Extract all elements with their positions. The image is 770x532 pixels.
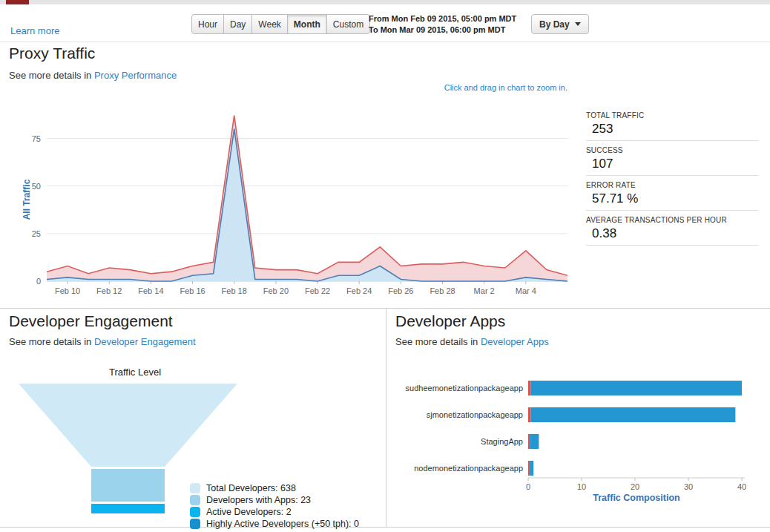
proxy-traffic-chart[interactable]: 0255075Feb 10Feb 12Feb 14Feb 16Feb 18Feb…	[3, 99, 574, 301]
stat-success: SUCCESS 107	[586, 146, 758, 176]
toolbar: Learn more Hour Day Week Month Custom Fr…	[0, 4, 770, 42]
funnel-title: Traffic Level	[68, 367, 202, 378]
subtitle-text: See more details in	[9, 70, 91, 81]
range-button-week[interactable]: Week	[251, 14, 287, 34]
svg-text:Feb 12: Feb 12	[96, 286, 122, 295]
legend-label: Highly Active Developers (+50 tph): 0	[206, 519, 359, 529]
stat-label: SUCCESS	[586, 146, 758, 154]
svg-text:Feb 26: Feb 26	[388, 286, 413, 295]
developer-engagement-link[interactable]: Developer Engagement	[94, 336, 196, 347]
svg-text:0: 0	[526, 482, 530, 491]
svg-text:Mar 2: Mar 2	[474, 286, 495, 295]
stat-value: 0.38	[592, 226, 758, 241]
svg-text:sudheemonetizationpackageapp: sudheemonetizationpackageapp	[406, 384, 523, 393]
svg-text:40: 40	[737, 482, 746, 491]
legend-swatch-icon	[190, 507, 200, 517]
stat-value: 107	[592, 157, 758, 171]
svg-text:Feb 16: Feb 16	[180, 286, 205, 295]
developer-apps-link[interactable]: Developer Apps	[481, 336, 549, 347]
zoom-hint: Click and drag in chart to zoom in.	[444, 83, 567, 92]
stat-label: TOTAL TRAFFIC	[586, 111, 758, 119]
time-range-button-group: Hour Day Week Month Custom	[191, 14, 370, 34]
svg-text:30: 30	[684, 482, 693, 491]
developer-apps-subtitle: See more details in Developer Apps	[395, 336, 549, 347]
developer-engagement-subtitle: See more details in Developer Engagement	[9, 336, 196, 347]
bottom-divider	[0, 527, 770, 528]
svg-text:Feb 22: Feb 22	[305, 286, 330, 295]
svg-text:StagingApp: StagingApp	[481, 437, 523, 446]
stat-total-traffic: TOTAL TRAFFIC 253	[586, 111, 758, 141]
proxy-traffic-title: Proxy Traffic	[9, 45, 95, 62]
svg-text:50: 50	[32, 182, 41, 191]
developer-engagement-title: Developer Engagement	[9, 312, 173, 330]
legend-label: Total Developers: 638	[206, 483, 296, 493]
svg-text:Mar 4: Mar 4	[516, 286, 536, 295]
interval-dropdown-label: By Day	[539, 19, 570, 30]
stat-error-rate: ERROR RATE 57.71 %	[586, 181, 758, 211]
developer-apps-title: Developer Apps	[395, 312, 505, 330]
legend-label: Developers with Apps: 23	[206, 495, 311, 505]
date-range-from: From Mon Feb 09 2015, 05:00 pm MDT	[369, 13, 516, 24]
svg-text:sjmonetizationpackageapp: sjmonetizationpackageapp	[427, 410, 523, 419]
stat-avg-tph: AVERAGE TRANSACTIONS PER HOUR 0.38	[586, 216, 758, 246]
svg-text:25: 25	[32, 229, 41, 238]
range-button-day[interactable]: Day	[223, 14, 252, 34]
proxy-performance-link[interactable]: Proxy Performance	[94, 70, 177, 81]
interval-dropdown-button[interactable]: By Day	[531, 14, 589, 34]
svg-text:Feb 28: Feb 28	[430, 286, 455, 295]
svg-text:Feb 24: Feb 24	[346, 286, 372, 295]
legend-item: Highly Active Developers (+50 tph): 0	[190, 518, 359, 529]
svg-text:Feb 20: Feb 20	[263, 286, 289, 295]
stat-label: AVERAGE TRANSACTIONS PER HOUR	[586, 216, 758, 224]
svg-text:Feb 14: Feb 14	[138, 286, 163, 295]
vertical-divider	[386, 309, 386, 527]
svg-text:Feb 18: Feb 18	[222, 286, 247, 295]
svg-text:75: 75	[32, 134, 41, 143]
svg-text:10: 10	[577, 482, 586, 491]
svg-text:0: 0	[36, 277, 41, 286]
legend-item: Active Developers: 2	[190, 506, 359, 517]
legend-swatch-icon	[190, 483, 200, 493]
stat-value: 57.71 %	[592, 191, 758, 206]
stat-label: ERROR RATE	[586, 181, 758, 189]
developer-apps-chart: 010203040sudheemonetizationpackageappsjm…	[392, 370, 770, 493]
legend-item: Developers with Apps: 23	[190, 494, 359, 505]
legend-swatch-icon	[190, 519, 200, 529]
range-button-custom[interactable]: Custom	[326, 14, 370, 34]
funnel-legend: Total Developers: 638Developers with App…	[190, 482, 359, 530]
stat-value: 253	[592, 122, 758, 137]
svg-text:Feb 10: Feb 10	[55, 286, 80, 295]
subtitle-text: See more details in	[395, 336, 478, 347]
range-button-hour[interactable]: Hour	[191, 14, 224, 34]
proxy-traffic-subtitle: See more details in Proxy Performance	[9, 70, 177, 81]
section-divider	[0, 308, 770, 309]
range-button-month[interactable]: Month	[287, 14, 327, 34]
date-range-to: To Mon Mar 09 2015, 06:00 pm MDT	[369, 24, 516, 36]
chevron-down-icon	[575, 22, 581, 26]
date-range-display: From Mon Feb 09 2015, 05:00 pm MDT To Mo…	[369, 13, 516, 36]
legend-swatch-icon	[190, 495, 200, 505]
legend-label: Active Developers: 2	[206, 507, 292, 517]
svg-text:20: 20	[631, 482, 639, 491]
subtitle-text: See more details in	[9, 336, 91, 347]
svg-text:nodemonetizationpackageapp: nodemonetizationpackageapp	[414, 464, 523, 473]
legend-item: Total Developers: 638	[190, 482, 359, 493]
apps-x-axis-label: Traffic Composition	[533, 493, 740, 503]
traffic-stats-panel: TOTAL TRAFFIC 253 SUCCESS 107 ERROR RATE…	[586, 111, 758, 251]
learn-more-link[interactable]: Learn more	[10, 25, 59, 36]
